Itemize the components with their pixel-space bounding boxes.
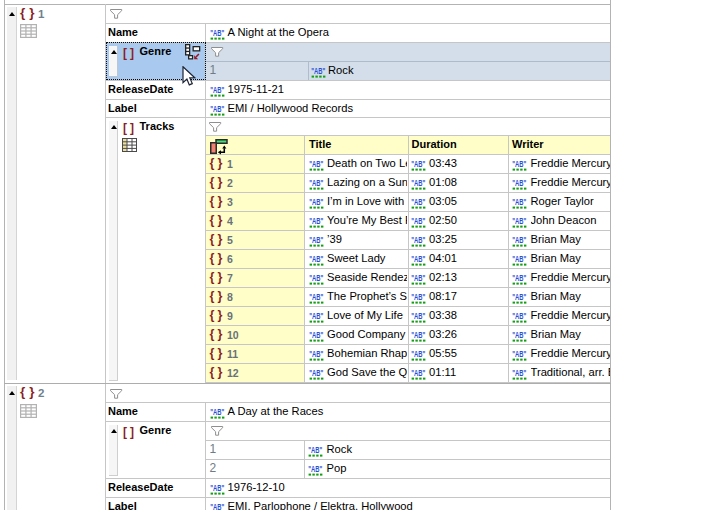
svg-text:"AB": "AB" — [411, 159, 425, 169]
svg-text:"AB": "AB" — [311, 66, 325, 76]
svg-text:"AB": "AB" — [411, 292, 425, 302]
svg-text:"AB": "AB" — [309, 197, 323, 207]
svg-text:"AB": "AB" — [512, 197, 526, 207]
svg-text:"AB": "AB" — [309, 311, 323, 321]
svg-text:"AB": "AB" — [309, 292, 323, 302]
svg-text:"AB": "AB" — [512, 254, 526, 264]
svg-text:"AB": "AB" — [210, 407, 224, 417]
svg-text:"AB": "AB" — [512, 216, 526, 226]
svg-text:"AB": "AB" — [512, 368, 526, 378]
svg-text:"AB": "AB" — [308, 445, 322, 455]
svg-text:"AB": "AB" — [309, 330, 323, 340]
svg-text:"AB": "AB" — [411, 197, 425, 207]
svg-text:"AB": "AB" — [210, 502, 224, 510]
svg-text:"AB": "AB" — [309, 159, 323, 169]
svg-text:"AB": "AB" — [411, 273, 425, 283]
svg-text:"AB": "AB" — [308, 464, 322, 474]
svg-text:"AB": "AB" — [210, 104, 224, 114]
svg-text:"AB": "AB" — [309, 178, 323, 188]
svg-text:"AB": "AB" — [411, 311, 425, 321]
svg-text:"AB": "AB" — [411, 254, 425, 264]
svg-text:"AB": "AB" — [309, 235, 323, 245]
svg-text:"AB": "AB" — [210, 28, 224, 38]
svg-text:"AB": "AB" — [411, 216, 425, 226]
svg-text:"AB": "AB" — [309, 216, 323, 226]
svg-text:"AB": "AB" — [512, 178, 526, 188]
svg-text:"AB": "AB" — [210, 85, 224, 95]
svg-text:"AB": "AB" — [512, 292, 526, 302]
svg-text:"AB": "AB" — [210, 483, 224, 493]
svg-text:"AB": "AB" — [309, 349, 323, 359]
svg-text:"AB": "AB" — [512, 349, 526, 359]
svg-text:"AB": "AB" — [309, 254, 323, 264]
svg-text:"AB": "AB" — [512, 235, 526, 245]
svg-text:"AB": "AB" — [512, 159, 526, 169]
svg-text:"AB": "AB" — [411, 349, 425, 359]
svg-text:"AB": "AB" — [411, 368, 425, 378]
svg-text:"AB": "AB" — [512, 311, 526, 321]
svg-text:"AB": "AB" — [309, 273, 323, 283]
svg-text:"AB": "AB" — [512, 273, 526, 283]
svg-text:"AB": "AB" — [411, 235, 425, 245]
svg-text:"AB": "AB" — [309, 368, 323, 378]
svg-text:"AB": "AB" — [411, 330, 425, 340]
svg-text:"AB": "AB" — [512, 330, 526, 340]
svg-text:"AB": "AB" — [411, 178, 425, 188]
